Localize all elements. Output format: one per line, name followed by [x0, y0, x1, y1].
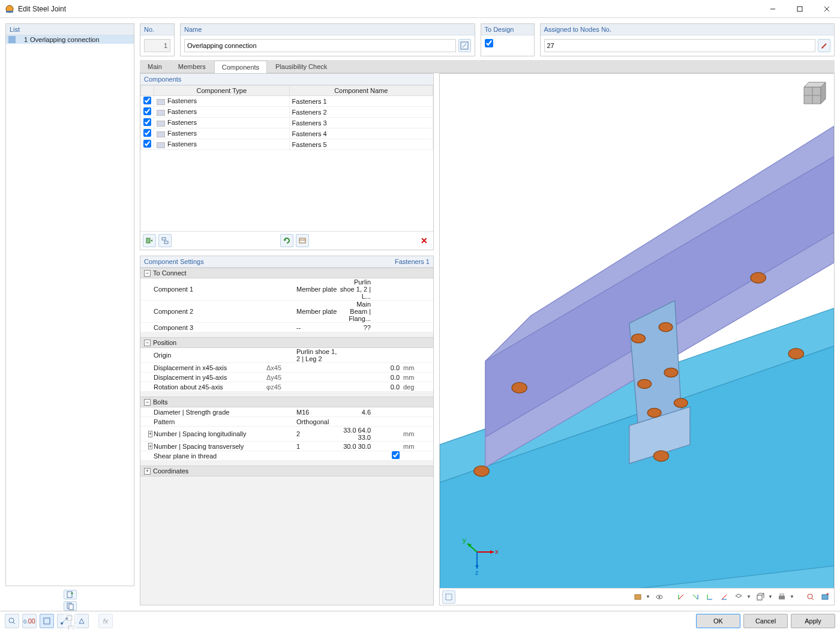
table-row[interactable]: Fasteners Fasteners 1 [141, 96, 433, 107]
prop-value2: ?? [338, 324, 372, 331]
apply-button[interactable]: Apply [791, 614, 835, 628]
svg-rect-75 [779, 596, 785, 599]
list-body[interactable]: 1 Overlapping connection [6, 35, 134, 586]
tab-components[interactable]: Components [214, 61, 267, 73]
view-style-button[interactable] [631, 590, 644, 604]
svg-line-61 [679, 595, 683, 599]
prop-name: Component 1 [152, 286, 266, 293]
select-mode-button[interactable] [442, 590, 455, 604]
svg-text:z: z [475, 569, 479, 576]
add-component-button[interactable] [143, 234, 156, 247]
tab-main[interactable]: Main [140, 60, 170, 73]
no-input[interactable] [144, 39, 170, 52]
delete-component-button[interactable]: ✕ [418, 234, 431, 247]
reorder-component-button[interactable] [158, 234, 172, 247]
property-row[interactable]: Rotation about z45-axis φz45 0.0 deg [140, 382, 433, 392]
edit-name-button[interactable] [458, 39, 471, 52]
help-button[interactable] [5, 614, 19, 628]
view-yx-button[interactable] [689, 590, 702, 604]
close-button[interactable] [813, 0, 840, 18]
svg-line-68 [722, 595, 727, 599]
property-row[interactable]: Component 3 -- ?? [140, 323, 433, 332]
row-checkbox[interactable] [143, 107, 151, 115]
group-position[interactable]: −Position [140, 337, 433, 348]
mode1-button[interactable] [40, 614, 54, 628]
table-row[interactable]: Fasteners Fasteners 5 [141, 139, 433, 150]
row-swatch [157, 121, 165, 127]
list-item[interactable]: 1 Overlapping connection [6, 35, 134, 44]
svg-point-40 [653, 451, 668, 461]
minimize-button[interactable] [759, 0, 786, 18]
group-bolts[interactable]: −Bolts [140, 397, 433, 407]
prop-symbol: Δy45 [266, 374, 296, 381]
view-iso-button[interactable] [732, 590, 745, 604]
view-zx-button[interactable] [718, 590, 731, 604]
row-swatch [157, 99, 165, 105]
name-input[interactable] [184, 39, 456, 52]
prop-name: Displacement in y45-axis [152, 374, 266, 381]
prop-value: Orthogonal [296, 418, 338, 425]
script-button[interactable]: fx [98, 614, 113, 628]
group-to-connect[interactable]: −To Connect [140, 268, 433, 278]
property-row[interactable]: + Number | Spacing longitudinally 2 33.0… [140, 427, 433, 442]
assigned-input[interactable] [544, 39, 816, 52]
mode3-button[interactable] [74, 614, 89, 628]
svg-rect-76 [780, 594, 784, 596]
svg-point-38 [647, 408, 661, 417]
tab-plausibility[interactable]: Plausibility Check [268, 60, 335, 73]
move-up-button [64, 613, 77, 622]
table-row[interactable]: Fasteners Fasteners 4 [141, 128, 433, 139]
cancel-button[interactable]: Cancel [743, 614, 788, 628]
ok-button[interactable]: OK [696, 614, 740, 628]
table-row[interactable]: Fasteners Fasteners 3 [141, 118, 433, 128]
property-row[interactable]: Origin Purlin shoe 1, 2 | Leg 2 [140, 348, 433, 363]
property-row[interactable]: Component 1 Member plate Purlin shoe 1, … [140, 278, 433, 301]
new-window-button[interactable] [818, 590, 832, 604]
group-coordinates[interactable]: +Coordinates [140, 466, 433, 476]
row-checkbox[interactable] [143, 118, 151, 126]
property-row[interactable]: Pattern Orthogonal [140, 417, 433, 427]
zoom-extents-button[interactable] [804, 590, 817, 604]
row-checkbox[interactable] [143, 129, 151, 137]
new-item-button[interactable] [64, 590, 77, 599]
maximize-button[interactable] [786, 0, 813, 18]
property-row[interactable]: + Number | Spacing transversely 1 30.0 3… [140, 442, 433, 451]
prop-checkbox[interactable] [392, 451, 400, 459]
row-checkbox[interactable] [143, 97, 151, 104]
name-panel: Name [180, 23, 475, 56]
pick-nodes-button[interactable] [818, 39, 830, 52]
table-row[interactable]: Fasteners Fasteners 2 [141, 107, 433, 118]
property-row[interactable]: Displacement in y45-axis Δy45 0.0 mm [140, 373, 433, 382]
svg-marker-88 [79, 619, 84, 623]
settings-body[interactable]: −To Connect Component 1 Member plate Pur… [140, 268, 433, 605]
copy-item-button[interactable] [64, 601, 77, 611]
view-canvas[interactable]: x y z [440, 74, 834, 588]
prop-name: Origin [152, 352, 266, 359]
row-checkbox[interactable] [143, 140, 151, 148]
view-box-button[interactable] [754, 590, 767, 604]
property-row[interactable]: Diameter | Strength grade M16 4.6 [140, 407, 433, 417]
to-design-checkbox[interactable] [485, 39, 493, 47]
units-button[interactable]: 0.00 [22, 614, 37, 628]
property-row[interactable]: Component 2 Member plate Main Beam | Fla… [140, 301, 433, 323]
property-row[interactable]: Displacement in x45-axis Δx45 0.0 mm [140, 363, 433, 373]
view-cube[interactable] [796, 79, 829, 113]
prop-name: Displacement in x45-axis [152, 364, 266, 371]
components-table[interactable]: Component Type Component Name Fasteners … [140, 85, 433, 231]
row-name: Fasteners 4 [289, 128, 433, 139]
property-row[interactable]: Shear plane in thread [140, 451, 433, 461]
svg-text:x: x [495, 548, 499, 555]
print-button[interactable] [775, 590, 788, 604]
refresh-button[interactable] [280, 234, 293, 247]
prop-value: -- [296, 324, 338, 331]
row-swatch [157, 110, 165, 116]
visibility-button[interactable] [653, 590, 666, 604]
prop-value2: 30.0 30.0 [338, 443, 372, 450]
svg-point-33 [474, 466, 489, 476]
dialog-footer: 0.00 fx OK Cancel Apply [0, 611, 840, 630]
view-xy-button[interactable] [674, 590, 688, 604]
view-yz-button[interactable] [703, 590, 716, 604]
library-button[interactable] [296, 234, 309, 247]
tab-members[interactable]: Members [170, 60, 214, 73]
prop-value: M16 [296, 409, 338, 416]
